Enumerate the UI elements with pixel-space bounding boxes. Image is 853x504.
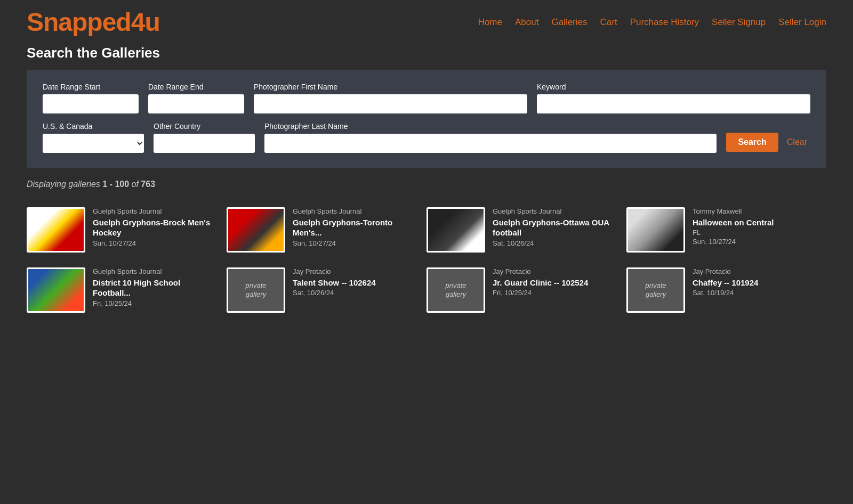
logo-text-after: u: [144, 8, 159, 36]
date-range-end-group: Date Range End: [148, 83, 244, 113]
gallery-org: Jay Protacio: [693, 267, 758, 277]
page-title: Search the Galleries: [0, 40, 853, 70]
gallery-title: Guelph Gryphons-Brock Men's Hockey: [93, 217, 216, 238]
gallery-info: Guelph Sports Journal District 10 High S…: [93, 267, 216, 307]
gallery-title: Guelph Gryphons-Toronto Men's...: [293, 217, 416, 238]
nav-galleries[interactable]: Galleries: [551, 17, 587, 28]
gallery-info: Jay Protacio Chaffey -- 101924 Sat, 10/1…: [693, 267, 758, 297]
nav-about[interactable]: About: [515, 17, 538, 28]
gallery-item[interactable]: privategallery Jay Protacio Talent Show …: [227, 267, 426, 313]
search-row-2: U.S. & Canada United States Canada Other…: [43, 122, 810, 153]
gallery-date: Fri, 10/25/24: [493, 289, 588, 297]
nav-cart[interactable]: Cart: [600, 17, 617, 28]
gallery-row-1: Guelph Sports Journal Guelph Gryphons-Br…: [27, 200, 826, 260]
private-label: privategallery: [445, 281, 466, 299]
photographer-first-name-input[interactable]: [254, 94, 527, 113]
gallery-date: Sun, 10/27/24: [693, 238, 774, 246]
keyword-label: Keyword: [537, 83, 810, 91]
logo-text-before: Snapped: [27, 8, 131, 36]
date-range-start-group: Date Range Start: [43, 83, 139, 113]
search-panel: Date Range Start Date Range End Photogra…: [27, 70, 826, 168]
gallery-org: Jay Protacio: [493, 267, 588, 277]
site-logo[interactable]: Snapped4u: [27, 10, 160, 35]
photographer-first-name-label: Photographer First Name: [254, 83, 527, 91]
keyword-group: Keyword: [537, 83, 810, 113]
gallery-org: Guelph Sports Journal: [293, 207, 416, 216]
gallery-info: Jay Protacio Talent Show -- 102624 Sat, …: [293, 267, 376, 297]
gallery-info: Guelph Sports Journal Guelph Gryphons-Br…: [93, 207, 216, 247]
gallery-item[interactable]: privategallery Jay Protacio Jr. Guard Cl…: [426, 267, 626, 313]
other-country-input[interactable]: [154, 134, 255, 153]
gallery-item[interactable]: privategallery Jay Protacio Chaffey -- 1…: [626, 267, 826, 313]
gallery-org: Guelph Sports Journal: [93, 267, 216, 277]
gallery-org: Guelph Sports Journal: [493, 207, 616, 216]
other-country-label: Other Country: [154, 122, 255, 131]
gallery-item[interactable]: Guelph Sports Journal Guelph Gryphons-To…: [227, 207, 426, 253]
gallery-thumbnail: [626, 207, 685, 253]
date-range-end-input[interactable]: [148, 94, 244, 113]
date-range-start-input[interactable]: [43, 94, 139, 113]
gallery-thumbnail-private: privategallery: [227, 267, 285, 313]
gallery-org: Tommy Maxwell: [693, 207, 774, 216]
search-actions: Search Clear: [726, 133, 810, 153]
nav-seller-signup[interactable]: Seller Signup: [712, 17, 766, 28]
gallery-date: Sun, 10/27/24: [93, 239, 216, 247]
gallery-thumbnail: [426, 207, 485, 253]
site-header: Snapped4u Home About Galleries Cart Purc…: [0, 0, 853, 40]
gallery-title: District 10 High School Football...: [93, 278, 216, 298]
nav-purchase-history[interactable]: Purchase History: [630, 17, 699, 28]
gallery-thumbnail-private: privategallery: [626, 267, 685, 313]
us-canada-label: U.S. & Canada: [43, 122, 144, 131]
gallery-item[interactable]: Guelph Sports Journal Guelph Gryphons-Br…: [27, 207, 227, 253]
gallery-info: Guelph Sports Journal Guelph Gryphons-Ot…: [493, 207, 616, 247]
results-info: Displaying galleries 1 - 100 of 763: [0, 168, 853, 194]
date-range-start-label: Date Range Start: [43, 83, 139, 91]
photographer-first-name-group: Photographer First Name: [254, 83, 527, 113]
private-label: privategallery: [245, 281, 266, 299]
gallery-item[interactable]: Guelph Sports Journal District 10 High S…: [27, 267, 227, 313]
main-nav: Home About Galleries Cart Purchase Histo…: [478, 17, 826, 28]
gallery-thumbnail-private: privategallery: [426, 267, 485, 313]
gallery-info: Jay Protacio Jr. Guard Clinic -- 102524 …: [493, 267, 588, 297]
logo-highlight: 4: [131, 8, 145, 36]
gallery-title: Halloween on Central: [693, 217, 774, 228]
gallery-title: Guelph Gryphons-Ottawa OUA football: [493, 217, 616, 238]
gallery-title: Jr. Guard Clinic -- 102524: [493, 278, 588, 288]
gallery-date: Sat, 10/19/24: [693, 289, 758, 297]
gallery-org: Guelph Sports Journal: [93, 207, 216, 216]
photographer-last-name-group: Photographer Last Name: [264, 122, 717, 153]
gallery-thumbnail: [27, 267, 85, 313]
search-row-1: Date Range Start Date Range End Photogra…: [43, 83, 810, 113]
gallery-date: Sun, 10/27/24: [293, 239, 416, 247]
gallery-date: Sat, 10/26/24: [493, 239, 616, 247]
gallery-title: Talent Show -- 102624: [293, 278, 376, 288]
gallery-thumbnail: [227, 207, 285, 253]
us-canada-select[interactable]: United States Canada: [43, 134, 144, 153]
date-range-end-label: Date Range End: [148, 83, 244, 91]
gallery-date: Fri, 10/25/24: [93, 299, 216, 307]
gallery-thumbnail: [27, 207, 85, 253]
gallery-info: Tommy Maxwell Halloween on Central FL Su…: [693, 207, 774, 246]
gallery-row-2: Guelph Sports Journal District 10 High S…: [27, 260, 826, 320]
search-button[interactable]: Search: [726, 133, 778, 152]
us-canada-group: U.S. & Canada United States Canada: [43, 122, 144, 153]
photographer-last-name-label: Photographer Last Name: [264, 122, 717, 131]
galleries-grid: Guelph Sports Journal Guelph Gryphons-Br…: [0, 194, 853, 336]
private-label: privategallery: [645, 281, 666, 299]
gallery-item[interactable]: Tommy Maxwell Halloween on Central FL Su…: [626, 207, 826, 253]
gallery-title: Chaffey -- 101924: [693, 278, 758, 288]
gallery-item[interactable]: Guelph Sports Journal Guelph Gryphons-Ot…: [426, 207, 626, 253]
gallery-date: Sat, 10/26/24: [293, 289, 376, 297]
results-display-text: Displaying galleries 1 - 100 of 763: [27, 180, 155, 189]
nav-seller-login[interactable]: Seller Login: [778, 17, 826, 28]
clear-button[interactable]: Clear: [784, 137, 810, 147]
gallery-location: FL: [693, 229, 774, 237]
gallery-org: Jay Protacio: [293, 267, 376, 277]
keyword-input[interactable]: [537, 94, 810, 113]
photographer-last-name-input[interactable]: [264, 134, 717, 153]
other-country-group: Other Country: [154, 122, 255, 153]
nav-home[interactable]: Home: [478, 17, 502, 28]
gallery-info: Guelph Sports Journal Guelph Gryphons-To…: [293, 207, 416, 247]
